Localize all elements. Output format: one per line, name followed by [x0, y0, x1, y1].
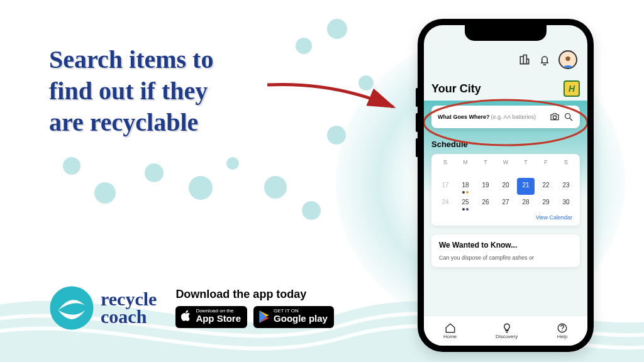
calendar-cell[interactable]: 18 [455, 178, 475, 195]
svg-point-3 [565, 114, 570, 119]
calendar-cell[interactable]: 21 [517, 178, 535, 195]
bg-dot [327, 126, 346, 145]
download-text: Download the app today [175, 288, 334, 301]
calendar-row: 17181920212223 [435, 178, 576, 195]
calendar-cell [435, 168, 455, 178]
search-box[interactable]: What Goes Where? (e.g. AA batteries) [431, 106, 580, 128]
calendar: SMTWTFS 1718192021222324252627282930 Vie… [431, 154, 580, 226]
headline-block: Search items tofind out if theyare recyc… [49, 44, 213, 138]
logo-line2: coach [101, 308, 157, 326]
footer-block: recycle coach Download the app today Dow… [49, 285, 334, 331]
city-row: Your City H [431, 80, 580, 97]
city-label: Your City [431, 82, 481, 96]
headline-text: Search items tofind out if theyare recyc… [49, 44, 213, 138]
arrow-icon [264, 75, 402, 119]
nav-home[interactable]: Home [443, 322, 457, 339]
svg-point-1 [565, 57, 570, 61]
calendar-day-label: M [455, 159, 475, 168]
calendar-cell [556, 168, 576, 178]
svg-line-4 [570, 118, 572, 121]
nav-home-label: Home [443, 334, 457, 339]
bg-dot [327, 19, 347, 39]
calendar-day-label: S [435, 159, 455, 168]
bg-dot [145, 163, 164, 182]
calendar-cell[interactable]: 27 [496, 195, 516, 212]
svg-point-2 [553, 116, 556, 119]
calendar-cell [536, 168, 556, 178]
googleplay-big: Google play [274, 314, 328, 324]
logo-wordmark: recycle coach [101, 290, 157, 326]
calendar-cell[interactable]: 28 [516, 195, 536, 212]
calendar-cell [496, 168, 516, 178]
bottom-nav: Home Discovery Help [424, 315, 587, 346]
bg-dot [302, 201, 321, 220]
calendar-day-label: T [475, 159, 496, 168]
calendar-day-label: F [536, 159, 556, 168]
calendar-head: SMTWTFS [435, 159, 576, 168]
appstore-big: App Store [196, 314, 241, 324]
bg-dot [264, 176, 287, 199]
nav-help-label: Help [557, 334, 567, 339]
calendar-cell[interactable]: 19 [475, 178, 496, 195]
bg-dot [226, 157, 239, 170]
search-hint: (e.g. AA batteries) [491, 114, 546, 120]
search-label: What Goes Where? [438, 114, 490, 120]
calendar-cell [516, 168, 536, 178]
calendar-day-label: S [556, 159, 576, 168]
home-icon [445, 322, 456, 334]
download-block: Download the app today Download on the A… [175, 288, 334, 328]
calendar-cell[interactable]: 23 [556, 178, 576, 195]
calendar-cell[interactable]: 22 [536, 178, 556, 195]
calendar-cell[interactable]: 30 [556, 195, 576, 212]
nav-help[interactable]: Help [557, 322, 568, 339]
svg-point-7 [562, 330, 563, 331]
info-body: Can you dispose of campfire ashes or [439, 255, 572, 261]
calendar-day-label: W [496, 159, 516, 168]
bell-icon[interactable] [538, 53, 551, 66]
logo-line1: recycle [101, 290, 157, 309]
phone-side-button [416, 138, 418, 157]
nav-discovery-label: Discovery [496, 334, 518, 339]
view-calendar-link[interactable]: View Calendar [435, 212, 576, 222]
bg-dot [63, 157, 80, 175]
googleplay-icon [258, 310, 270, 323]
calendar-cell[interactable]: 20 [496, 178, 516, 195]
svg-point-0 [50, 286, 93, 329]
calendar-row: 24252627282930 [435, 195, 576, 212]
schedule-label: Schedule [431, 140, 580, 149]
appstore-button[interactable]: Download on the App Store [175, 306, 247, 328]
phone-side-button [416, 113, 418, 132]
nav-discovery[interactable]: Discovery [496, 322, 518, 339]
googleplay-button[interactable]: GET IT ON Google play [253, 306, 334, 328]
avatar-icon [561, 54, 575, 68]
bg-dot [189, 176, 213, 200]
apple-icon [180, 310, 192, 324]
app-top-bar [431, 50, 580, 69]
city-badge-icon: H [564, 80, 580, 97]
store-buttons: Download on the App Store GET IT ON Goog… [175, 306, 334, 328]
bg-dot [296, 38, 312, 54]
phone-screen: Your City H What Goes Where? (e.g. AA ba… [424, 25, 587, 346]
calendar-cell[interactable]: 24 [435, 195, 455, 212]
phone-side-button [416, 88, 418, 107]
avatar[interactable] [558, 50, 577, 69]
info-title: We Wanted to Know... [439, 241, 572, 250]
calendar-cell [475, 168, 496, 178]
bulb-icon [501, 322, 513, 334]
help-icon [557, 322, 568, 334]
calendar-row [435, 168, 576, 178]
calendar-cell[interactable]: 17 [435, 178, 455, 195]
info-card[interactable]: We Wanted to Know... Can you dispose of … [431, 234, 580, 267]
calendar-day-label: T [516, 159, 536, 168]
calendar-cell [455, 168, 475, 178]
calendar-cell[interactable]: 25 [455, 195, 475, 212]
logo: recycle coach [49, 285, 157, 331]
bg-dot [94, 182, 116, 204]
camera-icon[interactable] [550, 112, 560, 122]
phone-notch [465, 25, 547, 41]
calendar-cell[interactable]: 26 [475, 195, 496, 212]
calendar-cell[interactable]: 29 [536, 195, 556, 212]
buildings-icon[interactable] [518, 53, 531, 66]
search-icon[interactable] [564, 112, 574, 122]
logo-mark-icon [49, 285, 94, 331]
